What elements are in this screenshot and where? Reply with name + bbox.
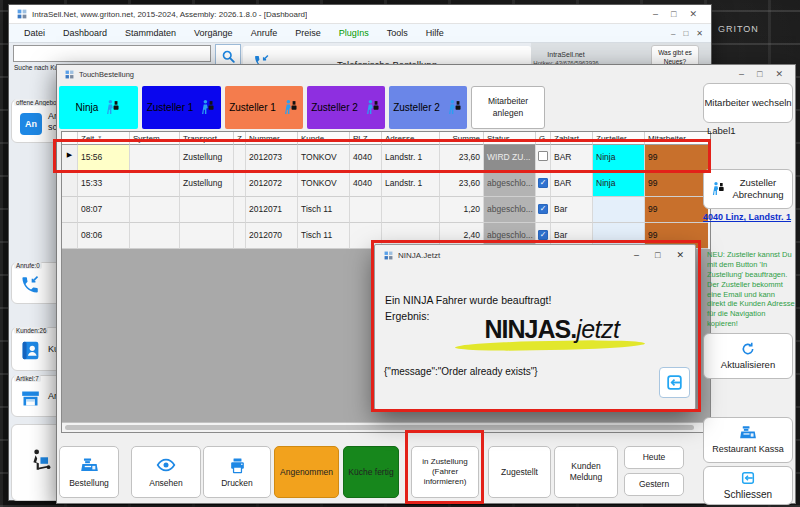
cell-summe: 23,60 xyxy=(440,145,484,171)
courier-button-ninja[interactable]: Ninja xyxy=(59,86,138,129)
menu-item-vorgaenge[interactable]: Vorgänge xyxy=(185,24,242,43)
menu-item-hilfe[interactable]: Hilfe xyxy=(417,24,453,43)
col-header-zeit[interactable]: Zeit▼ xyxy=(78,132,130,145)
dialog-title: NINJA.Jetzt xyxy=(398,251,440,260)
bestellung-button[interactable]: Bestellung xyxy=(59,446,119,498)
close-icon[interactable]: ✕ xyxy=(775,70,783,79)
in-zustellung-button[interactable]: in Zustellung (Fahrer informieren) xyxy=(411,446,479,498)
gestern-button[interactable]: Gestern xyxy=(624,473,684,496)
col-header-transport[interactable]: Transport xyxy=(180,132,234,145)
courier-button-zusteller1-orange[interactable]: Zusteller 1 xyxy=(225,86,303,129)
cell-zeit: 08:06 xyxy=(78,223,130,249)
printer-icon xyxy=(228,456,247,475)
maximize-icon[interactable]: □ xyxy=(671,10,676,19)
zugestellt-button[interactable]: Zugestellt xyxy=(488,446,551,498)
checkbox[interactable]: ✓ xyxy=(538,230,548,240)
col-header-zahlart[interactable]: Zahlart xyxy=(551,132,593,145)
maximize-icon[interactable]: □ xyxy=(757,70,762,79)
col-header-status[interactable]: Status xyxy=(484,132,536,145)
col-header-mitarbeiter[interactable]: Mitarbeiter xyxy=(645,132,708,145)
menu-item-plugins[interactable]: PlugIns xyxy=(330,24,378,43)
dialog-close-button[interactable] xyxy=(659,367,690,398)
mdi-restore-icon[interactable]: □ xyxy=(683,29,688,38)
schliessen-button[interactable]: Schliessen xyxy=(703,466,793,505)
menu-item-preise[interactable]: Preise xyxy=(286,24,330,43)
mdi-window-controls: – □ ✕ xyxy=(671,29,711,38)
col-header-summe[interactable]: Summe xyxy=(440,132,484,145)
sort-desc-icon: ▼ xyxy=(97,134,102,140)
cell-adresse xyxy=(382,197,440,223)
courier-button-zusteller2-purple[interactable]: Zusteller 2 xyxy=(307,86,385,129)
menu-item-tools[interactable]: Tools xyxy=(378,24,417,43)
col-header-g[interactable]: G xyxy=(536,132,551,145)
minimize-icon[interactable]: – xyxy=(739,70,744,79)
mitarbeiter-wechseln-button[interactable]: Mitarbeiter wechseln xyxy=(703,83,793,123)
table-row[interactable]: 08:07 2012071 Tisch 11 1,20 abgeschlo...… xyxy=(62,197,710,223)
gutter-header xyxy=(62,132,78,145)
heute-button[interactable]: Heute xyxy=(624,446,684,469)
api-response-text: {"message":"Order already exists"} xyxy=(384,366,538,377)
mdi-minimize-icon[interactable]: – xyxy=(671,29,675,38)
mdi-close-icon[interactable]: ✕ xyxy=(696,29,703,38)
hand-truck-icon[interactable] xyxy=(28,447,54,477)
aktualisieren-button[interactable]: Aktualisieren xyxy=(703,333,793,379)
angenommen-button[interactable]: Angenommen xyxy=(274,446,339,498)
customers-icon[interactable] xyxy=(20,340,41,365)
checkbox[interactable]: ✓ xyxy=(538,204,548,214)
touch-titlebar: TouchBestellung – □ ✕ xyxy=(57,65,795,83)
courier-button-label: Zusteller 2 xyxy=(311,102,358,113)
checkbox[interactable]: ✓ xyxy=(538,178,548,188)
scrollbar-thumb[interactable] xyxy=(65,425,694,430)
col-header-z[interactable]: Z xyxy=(234,132,246,145)
col-header-adresse[interactable]: Adresse xyxy=(382,132,440,145)
horizontal-scrollbar[interactable] xyxy=(62,422,710,432)
table-header: Zeit▼ System Transport Z Nummer Kunde PL… xyxy=(62,132,710,145)
dialog-message-line1: Ein NINJA Fahrer wurde beauftragt! xyxy=(385,294,551,306)
zusteller-abrechnung-label: Zusteller Abrechnung xyxy=(730,177,786,202)
minimize-icon[interactable]: – xyxy=(653,10,658,19)
col-header-plz[interactable]: PLZ xyxy=(350,132,382,145)
courier-button-zusteller2-lightblue[interactable]: Zusteller 2 xyxy=(389,86,467,129)
table-row[interactable]: 15:33 Zustellung 2012072 TONKOV 4040 Lan… xyxy=(62,171,710,197)
col-header-zusteller[interactable]: Zusteller xyxy=(593,132,645,145)
ansehen-label: Ansehen xyxy=(149,478,183,489)
drucken-button[interactable]: Drucken xyxy=(203,446,271,498)
cell-g: ✓ xyxy=(536,197,551,223)
menu-item-dashboard[interactable]: Dashboard xyxy=(54,24,116,43)
close-icon[interactable]: ✕ xyxy=(689,10,697,19)
kunden-meldung-button[interactable]: Kunden Meldung xyxy=(554,446,618,498)
menu-item-stammdaten[interactable]: Stammdaten xyxy=(116,24,185,43)
menu-item-datei[interactable]: Datei xyxy=(15,24,54,43)
search-input[interactable] xyxy=(13,45,211,62)
close-icon[interactable]: ✕ xyxy=(676,251,684,260)
courier-button-zusteller1-blue[interactable]: Zusteller 1 xyxy=(142,86,221,129)
ninjas-jetzt-logo: NINJAS.jetzt xyxy=(447,315,657,355)
cell-system xyxy=(130,223,180,249)
table-row[interactable]: ▶ 15:56 Zustellung 2012073 TONKOV 4040 L… xyxy=(62,145,710,171)
col-header-kunde[interactable]: Kunde xyxy=(298,132,350,145)
cell-zusteller: Ninja xyxy=(593,145,645,171)
touch-window-title: TouchBestellung xyxy=(79,70,134,79)
incoming-call-icon[interactable] xyxy=(20,275,40,299)
offer-icon[interactable]: An xyxy=(20,113,42,135)
ansehen-button[interactable]: Ansehen xyxy=(131,446,201,498)
refresh-icon xyxy=(740,341,756,357)
restaurant-kassa-button[interactable]: Restaurant Kassa xyxy=(703,417,793,463)
cell-z xyxy=(234,223,246,249)
cell-zusteller: Ninja xyxy=(593,171,645,197)
zusteller-abrechnung-button[interactable]: Zusteller Abrechnung xyxy=(703,169,793,209)
calls-label: Anrufe:0 xyxy=(14,262,42,269)
info-line1: IntraSell.net xyxy=(531,51,601,58)
maximize-icon[interactable]: □ xyxy=(655,251,660,260)
kueche-fertig-button[interactable]: Küche fertig xyxy=(343,446,399,498)
col-header-system[interactable]: System xyxy=(130,132,180,145)
add-employee-button[interactable]: Mitarbeiter anlegen xyxy=(471,86,545,129)
exit-icon xyxy=(665,373,684,392)
minimize-icon[interactable]: – xyxy=(634,251,639,260)
address-link[interactable]: 4040 Linz, Landstr. 1 xyxy=(703,212,795,224)
cell-adresse: Landstr. 1 xyxy=(382,171,440,197)
col-header-nummer[interactable]: Nummer xyxy=(246,132,298,145)
store-icon[interactable] xyxy=(20,388,41,413)
checkbox[interactable]: ✓ xyxy=(538,151,548,161)
menu-item-anrufe[interactable]: Anrufe xyxy=(242,24,287,43)
